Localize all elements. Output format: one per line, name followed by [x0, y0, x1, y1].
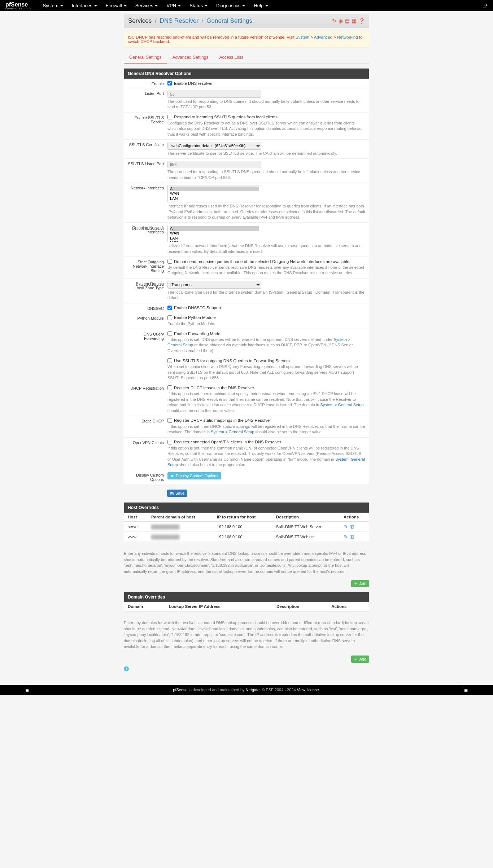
- label-enable: Enable: [128, 81, 167, 86]
- nav-help[interactable]: Help: [249, 3, 272, 8]
- panel-header: General DNS Resolver Options: [124, 69, 369, 79]
- help-zone: The local-zone type used for the pfSense…: [167, 290, 365, 301]
- help-static: If this option is set, then DHCP static …: [167, 424, 365, 435]
- scroll-top-icon[interactable]: ▣: [25, 688, 29, 693]
- checkbox-enable[interactable]: [167, 81, 172, 86]
- checkbox-static-dhcp[interactable]: [167, 418, 172, 423]
- alert-link-advanced[interactable]: Advanced: [314, 35, 332, 39]
- host-overrides-table: Host Parent domain of host IP to return …: [124, 513, 369, 542]
- footer-netgate-link[interactable]: Netgate.: [246, 688, 261, 692]
- domain-overrides-footer: Enter any domains for which the resolver…: [124, 617, 369, 653]
- input-listen-port[interactable]: [167, 91, 261, 98]
- help-ssl-port: The port used for responding to SSL/TLS …: [167, 169, 365, 180]
- alert-link-networking[interactable]: Networking: [337, 35, 358, 39]
- tab-access-lists[interactable]: Access Lists: [214, 52, 249, 63]
- label-listen-port: Listen Port: [128, 91, 167, 110]
- panel-host-overrides: Host Overrides Host Parent domain of hos…: [124, 502, 369, 542]
- footer-pfsense-link[interactable]: pfSense: [173, 688, 187, 692]
- col-actions-2: Actions: [328, 602, 369, 611]
- label-ssl-service: Enable SSL/TLS Service: [128, 115, 167, 137]
- checkbox-dnssec[interactable]: [167, 306, 172, 310]
- logo-subtext: COMMUNITY EDITION: [5, 8, 31, 10]
- add-domain-button[interactable]: Add: [351, 656, 369, 663]
- label-static-dhcp: Static DHCP: [128, 418, 167, 435]
- logo-text: pfSense: [5, 2, 31, 8]
- trash-icon[interactable]: 🗑: [350, 534, 354, 539]
- edit-icon[interactable]: ✎: [344, 534, 348, 539]
- link-system-general-2[interactable]: System > General Setup: [320, 403, 363, 407]
- label-dhcp-reg: DHCP Registration: [128, 385, 167, 413]
- label-zone-type: System Domain Local Zone Type: [128, 281, 167, 301]
- col-domain: Domain: [124, 602, 165, 611]
- logout-icon[interactable]: [483, 3, 488, 9]
- nav-status[interactable]: Status: [185, 3, 212, 8]
- breadcrumb-dns-resolver[interactable]: DNS Resolver: [160, 17, 198, 24]
- trash-icon[interactable]: 🗑: [350, 524, 354, 529]
- select-network-interfaces[interactable]: AllWANLANMESHCCTV: [167, 185, 261, 202]
- help-net-if: Interface IP addresses used by the DNS R…: [167, 203, 365, 220]
- label-network-interfaces: Network Interfaces: [128, 185, 167, 220]
- label-dnssec: DNSSEC: [128, 306, 167, 311]
- checkbox-dhcp-reg[interactable]: [167, 385, 172, 390]
- info-icon[interactable]: i: [124, 666, 129, 671]
- checkbox-ssl-service[interactable]: [167, 115, 172, 119]
- select-outgoing-interfaces[interactable]: AllWANLANMESHCCTV: [167, 225, 261, 242]
- alert-warning: ISC DHCP has reached end-of-life and wil…: [124, 31, 369, 48]
- nav-system[interactable]: System: [38, 3, 67, 8]
- help-icon[interactable]: ❓: [359, 18, 365, 24]
- status-icon[interactable]: ◉: [339, 18, 343, 24]
- domain-overrides-header: Domain Overrides: [124, 592, 369, 602]
- checkbox-python[interactable]: [167, 315, 172, 320]
- nav-firewall[interactable]: Firewall: [101, 3, 131, 8]
- related-icon[interactable]: ▦: [352, 18, 357, 24]
- restart-icon[interactable]: ↻: [332, 18, 336, 24]
- edit-icon[interactable]: ✎: [344, 524, 348, 529]
- nav-services[interactable]: Services: [131, 3, 162, 8]
- breadcrumb-services[interactable]: Services: [128, 17, 152, 24]
- save-icon: [170, 491, 174, 495]
- nav-interfaces[interactable]: Interfaces: [67, 3, 101, 8]
- label-ssl-cert: SSL/TLS Certificate: [128, 142, 167, 156]
- checkbox-fwd-ssl[interactable]: [167, 358, 172, 363]
- footer-license-link[interactable]: View license.: [297, 688, 320, 692]
- help-ssl: Configures the DNS Resolver to act as a …: [167, 120, 365, 137]
- host-overrides-header: Host Overrides: [124, 503, 369, 513]
- input-ssl-port[interactable]: [167, 161, 261, 168]
- nav-vpn[interactable]: VPN: [162, 3, 185, 8]
- breadcrumb-panel: Services / DNS Resolver / General Settin…: [124, 14, 369, 28]
- select-ssl-cert[interactable]: webConfigurator default (624c31a59ce0b): [167, 142, 261, 150]
- alert-link-system[interactable]: System: [296, 35, 309, 39]
- table-row: www██████████192.168.0.100Split-DNS TT W…: [124, 532, 369, 542]
- panel-general-options: General DNS Resolver Options Enable Enab…: [124, 68, 369, 484]
- breadcrumb-general-settings[interactable]: General Settings: [206, 17, 252, 24]
- help-cert: The server certificate to use for SSL/TL…: [167, 151, 365, 156]
- checkbox-forwarding[interactable]: [167, 331, 172, 336]
- help-dhcp: If this option is set, then machines tha…: [167, 391, 365, 413]
- log-icon[interactable]: ▤: [345, 18, 350, 24]
- gear-icon: [170, 474, 174, 478]
- display-custom-options-button[interactable]: Display Custom Options: [167, 472, 221, 479]
- breadcrumb: Services / DNS Resolver / General Settin…: [128, 17, 252, 25]
- checkbox-openvpn[interactable]: [167, 440, 172, 444]
- add-host-button[interactable]: Add: [351, 580, 369, 587]
- save-button[interactable]: Save: [167, 490, 187, 497]
- select-zone-type[interactable]: Transparent: [167, 281, 261, 289]
- domain-overrides-table: Domain Lookup Server IP Address Descript…: [124, 602, 369, 611]
- page-icons: ↻ ◉ ▤ ▦ ❓: [332, 18, 365, 24]
- nav-diagnostics[interactable]: Diagnostics: [212, 3, 249, 8]
- col-parent: Parent domain of host: [148, 513, 213, 522]
- plus-icon: [354, 582, 358, 586]
- tab-advanced-settings[interactable]: Advanced Settings: [167, 52, 214, 63]
- link-system-general-3[interactable]: System > General Setup: [211, 430, 254, 434]
- scroll-top-icon-2[interactable]: ▣: [464, 688, 468, 693]
- panel-domain-overrides: Domain Overrides Domain Lookup Server IP…: [124, 592, 369, 611]
- help-out-if: Utilize different network interface(s) t…: [167, 243, 365, 254]
- tabs: General Settings Advanced Settings Acces…: [124, 52, 369, 64]
- tab-general-settings[interactable]: General Settings: [124, 52, 167, 63]
- top-navbar: pfSense COMMUNITY EDITION SystemInterfac…: [0, 0, 493, 11]
- checkbox-strict[interactable]: [167, 259, 172, 264]
- label-strict-outgoing: Strict Outgoing Network Interface Bindin…: [128, 259, 167, 276]
- col-host: Host: [124, 513, 148, 522]
- col-actions: Actions: [340, 513, 369, 522]
- label-outgoing-interfaces: Outgoing Network Interfaces: [128, 225, 167, 254]
